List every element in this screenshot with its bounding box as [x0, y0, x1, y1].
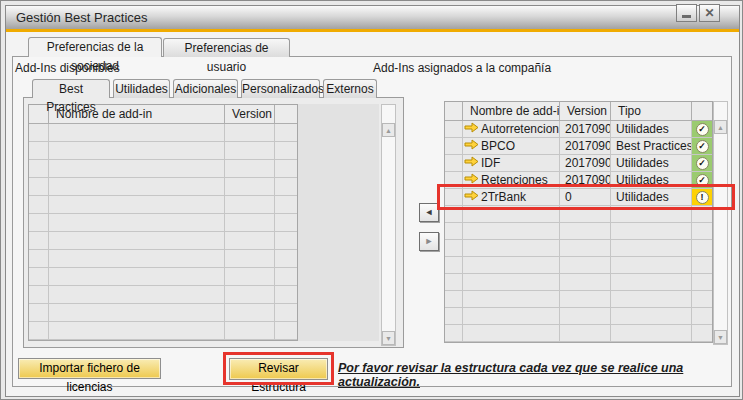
status-ok-icon: ✓	[696, 174, 709, 187]
move-left-icon: ◄	[425, 207, 434, 217]
table-row-empty[interactable]	[29, 232, 297, 250]
link-arrow-icon[interactable]	[464, 172, 479, 188]
table-row-empty[interactable]	[29, 286, 297, 304]
status-ok-icon: ✓	[696, 157, 709, 170]
addin-version: 20170901	[560, 172, 611, 189]
review-structure-button[interactable]: Revisar Estructura	[229, 358, 328, 380]
addin-version: 20170901	[560, 155, 611, 172]
move-right-icon: ►	[425, 236, 434, 246]
table-row-empty[interactable]	[29, 304, 297, 322]
table-row-2trbank[interactable]: 2TrBank 0 Utilidades !	[445, 189, 712, 206]
tab-preferencias-usuario[interactable]: Preferencias de usuario	[163, 38, 290, 57]
table-row-empty[interactable]	[29, 196, 297, 214]
header-version: Version	[560, 102, 611, 121]
table-row-empty[interactable]	[29, 250, 297, 268]
table-row-empty[interactable]	[29, 178, 297, 196]
link-arrow-icon[interactable]	[464, 138, 479, 154]
tab-utilidades[interactable]: Utilidades	[113, 79, 170, 98]
table-row-idf[interactable]: IDF 20170901 Utilidades ✓	[445, 155, 712, 172]
table-row-empty[interactable]	[29, 322, 297, 340]
addin-tipo: Best Practices	[611, 138, 692, 155]
status-ok-icon: ✓	[696, 140, 709, 153]
table-row-empty[interactable]	[29, 160, 297, 178]
scroll-down-icon[interactable]: ▼	[382, 331, 395, 345]
table-row-empty[interactable]	[29, 142, 297, 160]
import-licenses-button[interactable]: Importar fichero de licencias	[18, 358, 161, 379]
scroll-down-icon[interactable]: ▼	[714, 330, 727, 344]
status-warning-icon: !	[696, 191, 709, 204]
addin-name: IDF	[481, 155, 500, 171]
scroll-up-icon[interactable]: ▲	[382, 123, 395, 137]
assign-left-button[interactable]: ◄	[419, 203, 439, 222]
addin-tipo: Utilidades	[611, 155, 692, 172]
addin-tipo: Utilidades	[611, 172, 692, 189]
table-row-empty[interactable]	[445, 223, 712, 240]
addin-version: 20170901	[560, 121, 611, 138]
table-row-retenciones[interactable]: Retenciones 20170901 Utilidades ✓	[445, 172, 712, 189]
table-row-empty[interactable]	[29, 268, 297, 286]
minimize-icon	[682, 15, 691, 18]
status-cell: ✓	[692, 121, 712, 138]
right-table-scrollbar[interactable]: ▲ ▼	[713, 101, 728, 345]
link-arrow-icon[interactable]	[464, 189, 479, 205]
application-window: Gestión Best Practices ✕ Preferencias de…	[0, 0, 743, 400]
table-row-empty[interactable]	[445, 308, 712, 325]
minimize-button[interactable]	[676, 4, 697, 22]
title-bar[interactable]: Gestión Best Practices	[6, 6, 739, 29]
addin-tipo: Utilidades	[611, 121, 692, 138]
link-arrow-icon[interactable]	[464, 155, 479, 171]
table-row-empty[interactable]	[445, 325, 712, 342]
left-table-scrollbar[interactable]: ▲ ▼	[381, 104, 396, 346]
status-cell: ✓	[692, 138, 712, 155]
addin-name: 2TrBank	[481, 189, 526, 205]
tab-best-practices[interactable]: Best Practices	[32, 79, 110, 98]
tab-externos[interactable]: Externos	[323, 79, 377, 98]
assign-right-button[interactable]: ►	[419, 232, 439, 251]
table-header-row: Nombre de add-in Version Tipo	[445, 102, 712, 121]
accent-bar	[6, 29, 739, 32]
scroll-up-icon[interactable]: ▲	[714, 120, 727, 134]
header-version: Version	[225, 105, 275, 124]
table-row-empty[interactable]	[29, 214, 297, 232]
available-addins-table: Nombre de add-in Version	[28, 104, 298, 341]
status-cell: ✓	[692, 172, 712, 189]
header-blank	[445, 102, 463, 121]
close-button[interactable]: ✕	[699, 4, 720, 22]
addin-tipo: Utilidades	[611, 189, 692, 206]
window-title: Gestión Best Practices	[6, 10, 148, 25]
table-row-empty[interactable]	[445, 206, 712, 223]
header-name: Nombre de add-in	[463, 102, 560, 121]
addin-name: BPCO	[481, 138, 515, 154]
table-row-empty[interactable]	[29, 124, 297, 142]
addin-version: 20170901	[560, 138, 611, 155]
addin-version: 0	[560, 189, 611, 206]
table-row-empty[interactable]	[445, 274, 712, 291]
table-row-autorretenciones[interactable]: Autorretenciones 20170901 Utilidades ✓	[445, 121, 712, 138]
close-icon: ✕	[704, 6, 714, 20]
assigned-addins-table: Nombre de add-in Version Tipo Autorreten…	[444, 101, 713, 343]
status-ok-icon: ✓	[696, 123, 709, 136]
left-table-filler	[298, 104, 379, 341]
footer-note: Por favor revisar la estructura cada vez…	[338, 361, 718, 389]
assigned-addins-label: Add-Ins asignados a la compañía	[373, 61, 551, 75]
table-row-bpco[interactable]: BPCO 20170901 Best Practices ✓	[445, 138, 712, 155]
table-row-empty[interactable]	[445, 240, 712, 257]
tab-personalizados[interactable]: Personalizados	[241, 79, 320, 98]
tab-adicionales[interactable]: Adicionales	[173, 79, 238, 98]
status-cell: ✓	[692, 155, 712, 172]
header-blank	[275, 105, 297, 124]
table-row-empty[interactable]	[445, 291, 712, 308]
status-cell: !	[692, 189, 712, 206]
addin-name: Retenciones	[481, 172, 548, 188]
link-arrow-icon[interactable]	[464, 121, 479, 137]
addin-name: Autorretenciones	[481, 121, 560, 137]
tab-preferencias-sociedad[interactable]: Preferencias de la sociedad	[28, 37, 162, 57]
header-tipo: Tipo	[611, 102, 692, 121]
header-blank	[692, 102, 712, 121]
table-row-empty[interactable]	[445, 257, 712, 274]
